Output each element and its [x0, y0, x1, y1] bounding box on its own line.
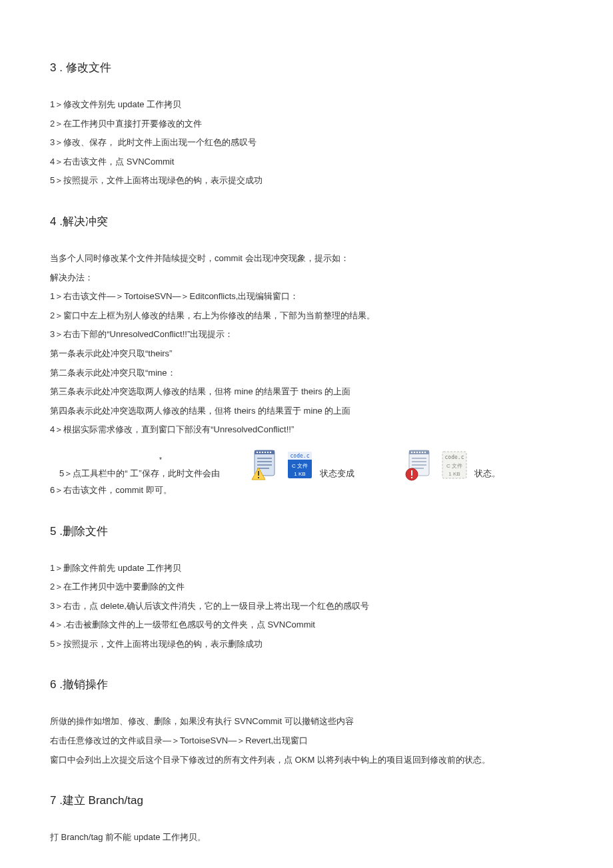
- svg-point-7: [269, 452, 271, 453]
- svg-point-6: [267, 452, 268, 453]
- svg-point-22: [413, 452, 414, 453]
- body-text: 1＞删除文件前先 update 工作拷贝: [50, 559, 563, 578]
- body-text: 4＞根据实际需求修改，直到窗口下部没有“UnresolvedConflict!!…: [50, 420, 563, 440]
- svg-point-23: [416, 452, 417, 453]
- svg-point-21: [410, 452, 412, 453]
- svg-rect-32: [411, 470, 412, 476]
- svg-text:C 文件: C 文件: [446, 463, 462, 469]
- code-file-blue-icon: code.c C 文件 1 KB: [285, 449, 314, 481]
- body-text: 第二条表示此处冲突只取“mine：: [50, 364, 563, 383]
- heading-section-5: 5 .删除文件: [50, 524, 563, 539]
- body-text: 当多个人同时修改某个文件并陆续提交时，commit 会出现冲突现象，提示如：: [50, 249, 563, 268]
- body-text: 解决办法：: [50, 268, 563, 288]
- svg-text:1 KB: 1 KB: [448, 471, 460, 477]
- heading-section-6: 6 .撤销操作: [50, 677, 563, 692]
- svg-rect-12: [258, 471, 259, 476]
- heading-section-7: 7 .建立 Branch/tag: [50, 793, 563, 808]
- svg-point-4: [261, 452, 263, 453]
- code-file-gray-icon: code.c C 文件 1 KB: [440, 449, 469, 481]
- body-text: 窗口中会列出上次提交后这个目录下修改过的所有文件列表，点 OKM 以将列表中钩上…: [50, 751, 563, 770]
- body-text: * 5＞点工具栏中的“ 工”保存，此时文件会由: [50, 453, 220, 481]
- svg-point-3: [259, 452, 260, 453]
- body-text: 4＞右击该文件，点 SVNCommit: [50, 153, 563, 172]
- body-text: 3＞修改、保存， 此时文件上面出现一个红色的感叹号: [50, 133, 563, 153]
- body-text: 状态变成: [320, 467, 354, 481]
- body-text: 第三条表示此处冲突选取两人修改的结果，但将 mine 的结果置于 theirs …: [50, 382, 563, 402]
- body-text: 2＞窗口中左上框为别人修改的结果，右上为你修改的结果，下部为当前整理的结果。: [50, 306, 563, 326]
- svg-point-2: [256, 452, 257, 453]
- body-text: 右击任意修改过的文件或目录—＞TortoiseSVN—＞Revert,出现窗口: [50, 731, 563, 751]
- body-text: 1＞右击该文件—＞TortoiseSVN—＞Editconflicts,出现编辑…: [50, 287, 563, 306]
- body-text: 3＞右击下部的“UnresolvedConflict!!”出现提示：: [50, 325, 563, 344]
- svg-text:1 KB: 1 KB: [294, 471, 305, 477]
- heading-section-4: 4 .解决冲突: [50, 214, 563, 229]
- body-text: 打 Branch/tag 前不能 update 工作拷贝。: [50, 828, 563, 847]
- file-error-icon: [405, 449, 434, 481]
- body-text: 6＞右击该文件，commit 即可。: [50, 481, 563, 500]
- body-text: 第一条表示此处冲突只取“theirs”: [50, 344, 563, 364]
- document-page: 3 . 修改文件 1＞修改文件别先 update 工作拷贝 2＞在工作拷贝中直接…: [0, 0, 613, 868]
- body-text: 状态。: [474, 467, 500, 481]
- body-text: 5＞按照提示，文件上面将出现绿色的钩，表示删除成功: [50, 635, 563, 654]
- body-text: 2＞在工作拷贝中选中要删除的文件: [50, 578, 563, 597]
- svg-point-24: [418, 452, 420, 453]
- body-text: 第四条表示此处冲突选取两人修改的结果，但将 theirs 的结果置于 mine …: [50, 402, 563, 421]
- svg-point-25: [421, 452, 422, 453]
- svg-point-26: [424, 452, 425, 453]
- svg-text:C 文件: C 文件: [292, 463, 308, 469]
- file-warning-icon: [251, 449, 280, 481]
- heading-section-3: 3 . 修改文件: [50, 60, 563, 75]
- svg-text:code.c: code.c: [444, 454, 464, 460]
- body-text: 3＞右击，点 delete,确认后该文件消失，它的上一级目录上将出现一个红色的感…: [50, 597, 563, 616]
- body-text: 4＞.右击被删除文件的上一级带红色感叹号的文件夹，点 SVNCommit: [50, 616, 563, 635]
- body-text: 1＞修改文件别先 update 工作拷贝: [50, 95, 563, 115]
- svg-text:code.c: code.c: [290, 453, 309, 459]
- svg-rect-13: [258, 477, 259, 478]
- svg-point-5: [264, 452, 265, 453]
- body-text: 5＞按照提示，文件上面将出现绿色的钩，表示提交成功: [50, 171, 563, 191]
- icon-status-row: * 5＞点工具栏中的“ 工”保存，此时文件会由: [50, 449, 563, 481]
- body-text: 2＞在工作拷贝中直接打开要修改的文件: [50, 115, 563, 134]
- body-text: 所做的操作如增加、修改、删除，如果没有执行 SVNCommit 可以撤销这些内容: [50, 712, 563, 731]
- svg-rect-33: [411, 477, 412, 478]
